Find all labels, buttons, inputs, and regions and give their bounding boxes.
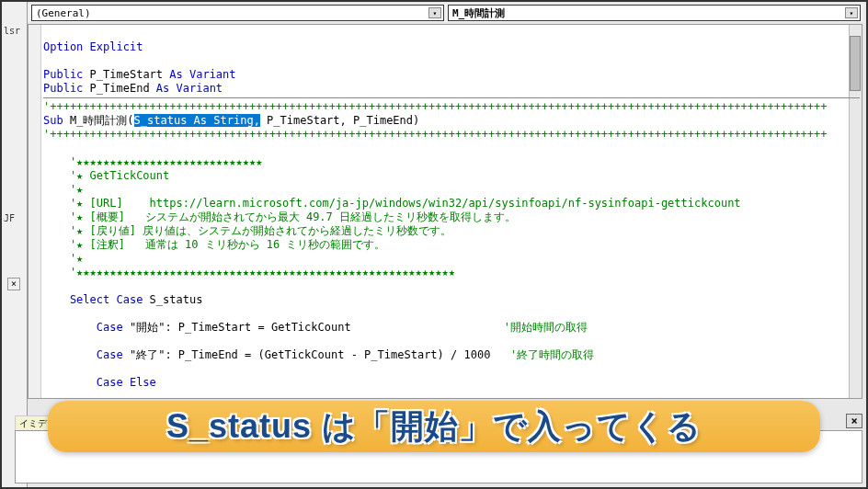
code-text: P_TimeEnd [83,82,155,95]
object-dropdown-value: (General) [36,7,91,19]
procedure-dropdown[interactable]: M_時間計測 ▾ [448,5,861,21]
code-kw: As Variant [156,82,223,95]
selected-text: S_status As String, [134,114,260,127]
code-comment: '終了時間の取得 [510,348,594,361]
chevron-down-icon: ▾ [845,7,858,18]
procedure-dropdown-value: M_時間計測 [452,6,505,20]
code-comment: '開始時間の取得 [504,321,588,334]
dock-label-1: lsr [4,26,20,36]
separator-line [43,97,860,98]
code-comment: '+++++++++++++++++++++++++++++++++++++++… [43,128,828,141]
code-comment: '★ [43,252,83,265]
code-comment: '★★★★★★★★★★★★★★★★★★★★★★★★★★★★★★★★★★★★★★★… [43,266,455,279]
code-comment: '★ [43,183,83,196]
object-dropdown[interactable]: (General) ▾ [31,5,444,21]
code-gutter [29,25,41,398]
annotation-text: S_status は「開始」で入ってくる [166,404,702,449]
left-dock-rail: lsr JF × [2,2,28,487]
code-toolbar: (General) ▾ M_時間計測 ▾ [28,4,864,22]
code-editor[interactable]: Option Explicit Public P_TimeStart As Va… [28,24,862,399]
code-comment: '★ [戻り値] 戻り値は、システムが開始されてから経過したミリ秒数です。 [43,224,451,237]
code-kw: Public [43,82,83,95]
code-kw: Case [43,321,123,334]
code-comment: '★ [概要] システムが開始されてから最大 49.7 日経過したミリ秒数を取得… [43,210,516,223]
dock-label-2: JF [4,213,15,223]
vbe-window: lsr JF × (General) ▾ M_時間計測 ▾ Option Exp… [0,0,868,489]
code-kw: Case Else [43,376,156,389]
annotation-overlay: S_status は「開始」で入ってくる [48,401,820,452]
code-kw: Public [43,68,83,81]
dock-close-button[interactable]: × [7,278,20,290]
code-kw: As Variant [169,68,235,81]
code-comment: '★★★★★★★★★★★★★★★★★★★★★★★★★★★★ [43,155,262,168]
code-comment: '★ [注釈] 通常は 10 ミリ秒から 16 ミリ秒の範囲です。 [43,238,386,251]
chevron-down-icon: ▾ [428,7,441,18]
code-comment: '+++++++++++++++++++++++++++++++++++++++… [43,100,828,113]
code-text: S_status [143,293,202,306]
code-text: P_TimeStart [83,68,169,81]
code-text: M_時間計測( [63,114,134,127]
code-line: Option Explicit [43,40,143,53]
code-comment: '★ [URL] https://learn.microsoft.com/ja-… [43,197,741,210]
code-content: Option Explicit Public P_TimeStart As Va… [43,27,860,399]
code-text: P_TimeStart, P_TimeEnd) [260,114,419,127]
immediate-close-button[interactable]: × [846,414,862,428]
code-text: "終了": P_TimeEnd = (GetTickCount - P_Time… [123,348,510,361]
code-kw: Case [43,348,123,361]
code-text: "開始": P_TimeStart = GetTickCount [123,321,504,334]
code-comment: '★ GetTickCount [43,169,169,182]
code-kw: Select Case [43,293,143,306]
code-kw: Sub [43,114,63,127]
